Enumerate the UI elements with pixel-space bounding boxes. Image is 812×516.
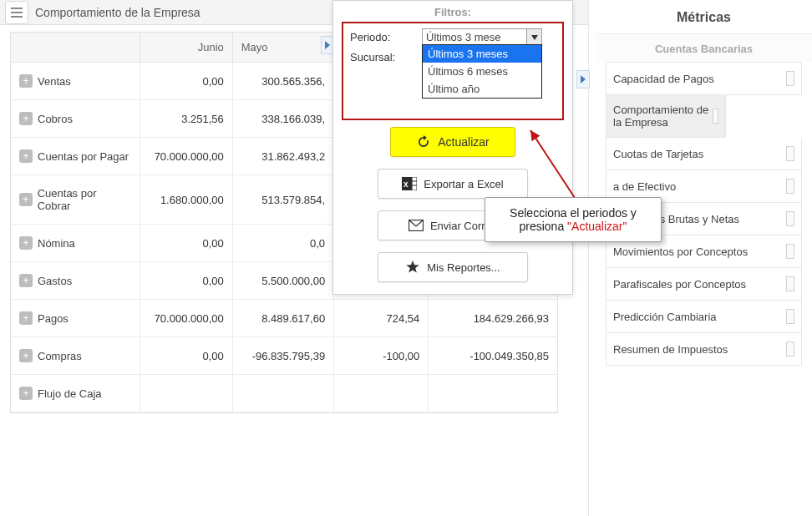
row-label: Gastos: [38, 275, 72, 287]
row-label-cell[interactable]: +Ventas: [11, 63, 140, 100]
metrics-panel: Métricas Cuentas Bancarias Capacidad de …: [588, 0, 812, 516]
expand-icon[interactable]: +: [19, 349, 33, 362]
row-label: Cuentas por Pagar: [38, 150, 129, 163]
row-label: Flujo de Caja: [38, 387, 102, 400]
data-cell: [232, 375, 333, 412]
row-label-cell[interactable]: +Cuentas por Cobrar: [11, 175, 140, 225]
expand-icon[interactable]: +: [19, 74, 33, 88]
refresh-icon: [416, 134, 431, 149]
help-callout: Selecciona el periodos y presiona "Actua…: [485, 197, 662, 242]
col-blank: [11, 33, 140, 63]
data-cell: 513.579.854,: [232, 175, 333, 225]
data-cell: 0,0: [232, 225, 333, 262]
expand-icon[interactable]: +: [19, 149, 33, 163]
col-junio[interactable]: Junio: [140, 33, 232, 63]
expand-icon[interactable]: +: [19, 236, 33, 250]
expand-icon[interactable]: +: [19, 112, 33, 125]
data-cell: 70.000.000,00: [140, 300, 232, 337]
svg-rect-5: [412, 177, 417, 190]
svg-rect-1: [11, 12, 23, 13]
data-cell: 338.166.039,: [232, 100, 333, 138]
data-cell: -100.049.350,85: [429, 337, 557, 375]
period-select[interactable]: Últimos 3 mese Últimos 3 mesesÚltimos 6 …: [422, 28, 542, 46]
metrics-subtitle: Cuentas Bancarias: [596, 34, 812, 62]
metrics-item-label: Capacidad de Pagos: [613, 73, 714, 85]
svg-rect-0: [11, 8, 23, 9]
metrics-item-label: Cuotas de Tarjetas: [613, 148, 703, 160]
drag-handle-icon[interactable]: [786, 211, 794, 226]
drag-handle-icon[interactable]: [786, 179, 794, 194]
export-excel-button[interactable]: x Exportar a Excel: [378, 169, 528, 199]
row-label-cell[interactable]: +Compras: [11, 337, 140, 375]
svg-text:x: x: [403, 180, 409, 189]
data-cell: 0,00: [140, 63, 232, 100]
col-mayo[interactable]: Mayo: [232, 33, 333, 63]
drag-handle-icon[interactable]: [786, 309, 794, 324]
metrics-item[interactable]: Resumen de Impuestos: [606, 333, 802, 366]
metrics-item[interactable]: Predicción Cambiaria: [606, 301, 802, 333]
row-label-cell[interactable]: +Flujo de Caja: [11, 375, 140, 412]
expand-icon[interactable]: +: [19, 274, 33, 287]
row-label: Pagos: [38, 312, 69, 325]
chevron-down-icon[interactable]: [526, 29, 541, 45]
drag-handle-icon[interactable]: [786, 71, 794, 86]
expand-icon[interactable]: +: [19, 311, 33, 325]
data-cell: [429, 375, 557, 412]
svg-rect-2: [11, 16, 23, 18]
drag-handle-icon[interactable]: [786, 276, 794, 291]
row-label-cell[interactable]: +Cuentas por Pagar: [11, 138, 140, 175]
expand-icon[interactable]: +: [19, 387, 33, 400]
row-label: Ventas: [38, 75, 71, 88]
row-label-cell[interactable]: +Pagos: [11, 300, 140, 337]
metrics-item[interactable]: Capacidad de Pagos: [606, 62, 802, 95]
drag-handle-icon[interactable]: [713, 109, 718, 124]
data-cell: 300.565.356,: [232, 63, 333, 100]
filters-highlight-box: Periodo: Últimos 3 mese Últimos 3 mesesÚ…: [342, 22, 564, 120]
metrics-item-label: Parafiscales por Conceptos: [613, 278, 746, 291]
row-label-cell[interactable]: +Gastos: [11, 262, 140, 300]
row-label: Compras: [38, 350, 82, 362]
metrics-item-label: a de Efectivo: [613, 180, 676, 193]
update-button[interactable]: Actualizar: [390, 127, 515, 157]
menu-icon[interactable]: [5, 1, 28, 24]
metrics-item-label: Predicción Cambiaria: [613, 311, 717, 323]
data-cell: [140, 375, 232, 412]
data-cell: -100,00: [334, 337, 429, 375]
period-option[interactable]: Últimos 3 meses: [423, 45, 541, 63]
metrics-item-label: Resumen de Impuestos: [613, 343, 728, 356]
data-cell: 0,00: [140, 225, 232, 262]
excel-icon: x: [402, 176, 417, 191]
drag-handle-icon[interactable]: [786, 146, 794, 161]
drag-handle-icon[interactable]: [786, 244, 794, 259]
filters-header: Filtros:: [333, 1, 572, 22]
row-label-cell[interactable]: +Nómina: [11, 225, 140, 262]
period-option[interactable]: Últimos 6 meses: [423, 63, 541, 80]
metrics-item[interactable]: Cuotas de Tarjetas: [606, 138, 802, 170]
my-reports-button[interactable]: Mis Reportes...: [378, 252, 528, 282]
data-cell: 5.500.000,00: [232, 262, 333, 300]
metrics-title: Métricas: [596, 5, 812, 34]
panel-scroll-right[interactable]: [576, 70, 590, 89]
row-label: Nómina: [38, 237, 75, 250]
drag-handle-icon[interactable]: [786, 341, 794, 357]
data-cell: 0,00: [140, 262, 232, 300]
period-option[interactable]: Último año: [423, 80, 541, 98]
period-options-list[interactable]: Últimos 3 mesesÚltimos 6 mesesÚltimo año: [422, 44, 542, 99]
row-label-cell[interactable]: +Cobros: [11, 100, 140, 138]
branch-label: Sucursal:: [350, 51, 422, 63]
metrics-item-label: Movimientos por Conceptos: [613, 245, 748, 258]
data-cell: [334, 375, 429, 412]
metrics-item[interactable]: Parafiscales por Conceptos: [606, 268, 802, 301]
metrics-item-label: Comportamiento de la Empresa: [613, 104, 713, 129]
data-cell: 0,00: [140, 337, 232, 375]
expand-icon[interactable]: +: [19, 193, 33, 206]
star-icon: [405, 260, 420, 275]
data-cell: 724,54: [334, 300, 429, 337]
period-label: Periodo:: [350, 31, 422, 43]
row-label: Cobros: [38, 113, 73, 125]
data-cell: 3.251,56: [140, 100, 232, 138]
page-title: Comportamiento de la Empresa: [35, 6, 200, 19]
period-select-value: Últimos 3 mese: [423, 29, 526, 45]
mail-icon: [409, 218, 424, 233]
metrics-item[interactable]: Comportamiento de la Empresa: [606, 95, 726, 138]
